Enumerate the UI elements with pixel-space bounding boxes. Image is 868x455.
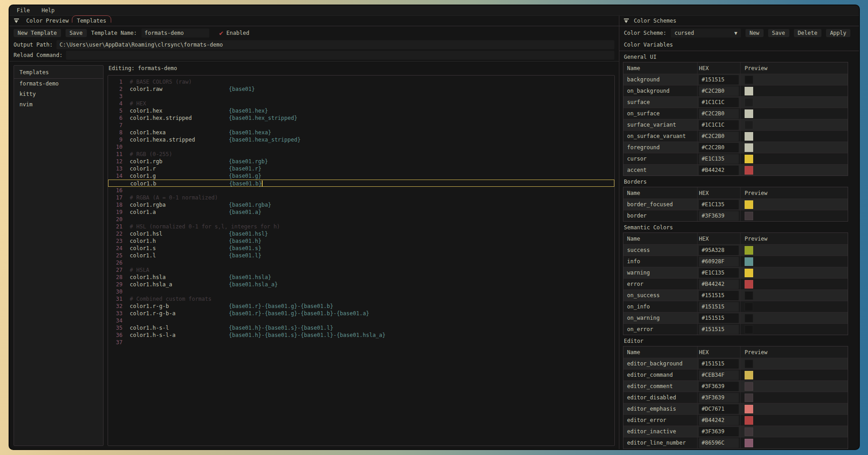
editor-line[interactable]: 31# Combined custom formats: [108, 295, 614, 303]
hex-value-input[interactable]: #151515: [699, 325, 739, 334]
editor-line[interactable]: 20: [108, 216, 614, 223]
editor-line[interactable]: 32color1.r-g-b{base01.r}-{base01.g}-{bas…: [108, 303, 614, 310]
editor-line[interactable]: 5color1.hex{base01.hex}: [108, 107, 614, 114]
hex-value-input[interactable]: #86596C: [699, 438, 739, 448]
output-path-input[interactable]: [57, 40, 614, 49]
variable-preview-cell: [741, 449, 848, 449]
color-scheme-dropdown[interactable]: cursed ▼: [671, 28, 741, 38]
editor-line[interactable]: 30: [108, 288, 614, 295]
table-row: error#B44242: [623, 278, 848, 289]
editor-line[interactable]: 8color1.hexa{base01.hexa}: [108, 129, 614, 136]
editor-line[interactable]: 11# RGB (0-255): [108, 151, 614, 158]
hex-value-input[interactable]: #151515: [699, 291, 739, 300]
table-row: on_background#C2C2B0: [623, 85, 848, 96]
hex-value-input[interactable]: #B44242: [699, 280, 739, 289]
hex-value-input[interactable]: #C2C2B0: [699, 132, 739, 141]
hex-value-input[interactable]: #3F3639: [699, 393, 739, 403]
editor-line[interactable]: 36color1.h-s-l-a{base01.h}-{base01.s}-{b…: [108, 332, 614, 339]
editor-line[interactable]: 17# RGBA (A = 0-1 normalized): [108, 194, 614, 201]
variable-name: editor_emphasis: [623, 403, 698, 414]
editor-line[interactable]: 29color1.hsla_a{base01.hsla_a}: [108, 281, 614, 288]
hex-value-input[interactable]: #3F3639: [699, 382, 739, 391]
hex-value-input[interactable]: #CEB34F: [699, 370, 739, 380]
editor-line[interactable]: 15color1.b{base01.b}: [108, 180, 614, 187]
hex-value-input[interactable]: #3F3639: [699, 211, 739, 221]
tab-templates[interactable]: Templates: [76, 18, 107, 24]
editor-line[interactable]: 24color1.s{base01.s}: [108, 245, 614, 252]
collapse-schemes-icon[interactable]: [624, 19, 629, 23]
hex-value-input[interactable]: #151515: [699, 359, 739, 369]
scheme-new-button[interactable]: New: [745, 29, 764, 37]
editor-line[interactable]: 9color1.hexa.stripped{base01.hexa_stripp…: [108, 136, 614, 143]
line-value: {base01.a}: [229, 209, 261, 216]
template-name-input[interactable]: [142, 28, 209, 38]
editor-line[interactable]: 26: [108, 259, 614, 266]
editor-line[interactable]: 34: [108, 317, 614, 324]
template-editor[interactable]: 1# BASE COLORS (raw)2color1.raw{base01}3…: [108, 75, 615, 446]
line-number: 18: [108, 201, 123, 209]
line-number: 12: [108, 158, 123, 165]
hex-value-input[interactable]: #E1C135: [699, 200, 739, 209]
scheme-apply-button[interactable]: Apply: [826, 29, 850, 37]
editor-line[interactable]: 37: [108, 339, 614, 346]
editor-line[interactable]: 2color1.raw{base01}: [108, 85, 614, 93]
editor-line[interactable]: 19color1.a{base01.a}: [108, 209, 614, 216]
editor-line[interactable]: 14color1.g{base01.g}: [108, 172, 614, 180]
hex-value-input[interactable]: #DC7671: [699, 404, 739, 414]
list-item-template[interactable]: formats-demo: [14, 79, 103, 89]
hex-value-input[interactable]: #E1C135: [699, 268, 739, 278]
editor-line[interactable]: 35color1.h-s-l{base01.h}-{base01.s}-{bas…: [108, 324, 614, 332]
editor-line[interactable]: 1# BASE COLORS (raw): [108, 78, 614, 85]
hex-value-input[interactable]: #3F3639: [699, 427, 739, 436]
enabled-checkbox[interactable]: ✔ Enabled: [219, 30, 250, 37]
scheme-save-button[interactable]: Save: [768, 29, 789, 37]
hex-value-input[interactable]: #C2C2B0: [699, 86, 739, 96]
list-item-template[interactable]: kitty: [14, 89, 103, 100]
line-key: color1.hex: [130, 107, 229, 114]
hex-value-input[interactable]: #151515: [699, 302, 739, 312]
enabled-label: Enabled: [226, 30, 250, 36]
collapse-panel-icon[interactable]: [14, 19, 19, 23]
color-swatch: [745, 291, 753, 300]
hex-value-input[interactable]: #B44242: [699, 166, 739, 175]
variable-hex-cell: #151515: [698, 290, 741, 301]
editor-line[interactable]: 6color1.hex.stripped{base01.hex_stripped…: [108, 114, 614, 122]
new-template-button[interactable]: New Template: [14, 29, 61, 37]
variable-preview-cell: [741, 415, 848, 426]
editor-line[interactable]: 25color1.l{base01.l}: [108, 252, 614, 259]
line-key: color1.r-g-b-a: [130, 310, 229, 317]
editor-line[interactable]: 27# HSLA: [108, 266, 614, 274]
save-template-button[interactable]: Save: [66, 29, 87, 37]
hex-value-input[interactable]: #151515: [699, 313, 739, 323]
table-row: on_info#151515: [623, 301, 848, 312]
editor-line[interactable]: 16: [108, 187, 614, 194]
editor-line[interactable]: 4# HEX: [108, 100, 614, 107]
list-item-template[interactable]: nvim: [14, 100, 103, 110]
scheme-delete-button[interactable]: Delete: [794, 29, 821, 37]
tab-color-preview[interactable]: Color Preview: [25, 18, 70, 24]
menu-file[interactable]: File: [17, 7, 30, 14]
hex-value-input[interactable]: #151515: [699, 75, 739, 85]
reload-command-input[interactable]: [66, 51, 614, 60]
hex-value-input[interactable]: #60928F: [699, 257, 739, 266]
editor-line[interactable]: 22color1.hsl{base01.hsl}: [108, 230, 614, 237]
hex-value-input[interactable]: #E1C135: [699, 154, 739, 164]
editor-line[interactable]: 23color1.h{base01.h}: [108, 237, 614, 245]
color-swatch: [745, 246, 753, 255]
editor-line[interactable]: 3: [108, 93, 614, 100]
hex-value-input[interactable]: #B44242: [699, 416, 739, 425]
hex-value-input[interactable]: #C2C2B0: [699, 143, 739, 152]
editor-line[interactable]: 13color1.r{base01.r}: [108, 165, 614, 172]
editor-line[interactable]: 21# HSL (normalized 0-1 for s,l, integer…: [108, 223, 614, 230]
hex-value-input[interactable]: #1C1C1C: [699, 120, 739, 130]
hex-value-input[interactable]: #95A328: [699, 246, 739, 255]
editor-line[interactable]: 10: [108, 143, 614, 151]
editor-line[interactable]: 7: [108, 122, 614, 129]
editor-line[interactable]: 18color1.rgba{base01.rgba}: [108, 201, 614, 209]
editor-line[interactable]: 28color1.hsla{base01.hsla}: [108, 274, 614, 281]
hex-value-input[interactable]: #1C1C1C: [699, 98, 739, 107]
menu-help[interactable]: Help: [42, 7, 55, 14]
editor-line[interactable]: 12color1.rgb{base01.rgb}: [108, 158, 614, 165]
hex-value-input[interactable]: #C2C2B0: [699, 109, 739, 118]
editor-line[interactable]: 33color1.r-g-b-a{base01.r}-{base01.g}-{b…: [108, 310, 614, 317]
